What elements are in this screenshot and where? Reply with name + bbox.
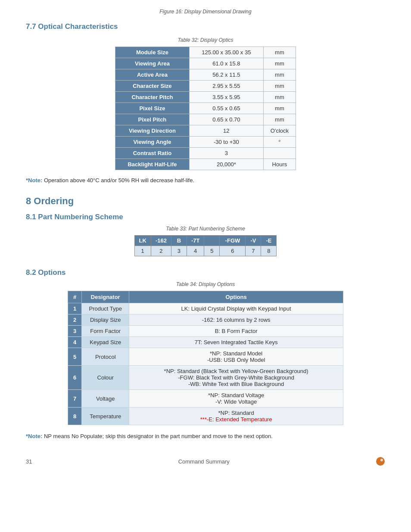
optics-unit — [263, 148, 296, 159]
options-value: B: B Form Factor — [129, 326, 343, 337]
optics-label: Pixel Pitch — [115, 114, 190, 125]
options-table: #DesignatorOptions 1Product TypeLK: Liqu… — [68, 291, 343, 425]
optics-label: Viewing Direction — [115, 125, 190, 137]
table-34-caption: Table 34: Display Options — [26, 281, 385, 287]
optics-unit: mm — [263, 81, 296, 92]
footer: 31 Command Summary — [26, 457, 385, 466]
options-header-row: #DesignatorOptions — [68, 291, 343, 303]
options-header-cell: # — [68, 291, 82, 303]
optics-label: Character Pitch — [115, 92, 190, 103]
optics-unit: mm — [263, 92, 296, 103]
svg-point-1 — [380, 459, 383, 461]
optics-table-row: Character Size 2.95 x 5.55 mm — [115, 81, 296, 92]
optics-label: Viewing Angle — [115, 137, 190, 148]
section-81-heading: 8.1 Part Numbering Scheme — [26, 213, 385, 221]
figure-caption: Figure 16: Display Dimensional Drawing — [26, 9, 385, 15]
optics-value: 125.00 x 35.00 x 35 — [189, 47, 263, 58]
part-number-cell: B — [171, 236, 187, 246]
optics-table-row: Contrast Ratio 3 — [115, 148, 296, 159]
options-designator: Form Factor — [82, 326, 129, 337]
options-num: 1 — [68, 303, 82, 314]
optics-value: 3.55 x 5.95 — [189, 92, 263, 103]
options-designator: Product Type — [82, 303, 129, 314]
optics-table-row: Viewing Direction 12 O'clock — [115, 125, 296, 137]
part-number-cell: 8 — [261, 246, 277, 256]
optics-table-row: Pixel Size 0.55 x 0.65 mm — [115, 103, 296, 114]
options-table-row: 5Protocol*NP: Standard Model-USB: USB On… — [68, 348, 343, 366]
part-number-bottom-row: 12345678 — [134, 246, 277, 256]
part-number-cell: 1 — [134, 246, 151, 256]
part-number-cell: LK — [134, 236, 151, 246]
optics-table-row: Character Pitch 3.55 x 5.95 mm — [115, 92, 296, 103]
part-number-cell: 2 — [151, 246, 171, 256]
section-77: 7.7 Optical Characteristics Table 32: Di… — [26, 22, 385, 184]
options-table-row: 6Colour*NP: Standard (Black Text with Ye… — [68, 366, 343, 390]
optics-unit: mm — [263, 58, 296, 69]
footer-page-label: Command Summary — [178, 458, 230, 465]
np-note: *Note: NP means No Populate; skip this d… — [26, 433, 385, 439]
optics-label: Active Area — [115, 69, 190, 81]
optics-value: 12 — [189, 125, 263, 137]
optics-value: 0.55 x 0.65 — [189, 103, 263, 114]
options-header-cell: Options — [129, 291, 343, 303]
options-num: 3 — [68, 326, 82, 337]
optics-table: Module Size 125.00 x 35.00 x 35 mm Viewi… — [115, 47, 296, 170]
section-8: 8 Ordering — [26, 196, 385, 207]
options-table-wrap: #DesignatorOptions 1Product TypeLK: Liqu… — [26, 291, 385, 425]
optics-label: Character Size — [115, 81, 190, 92]
table-32-caption: Table 32: Display Optics — [26, 37, 385, 43]
options-value: *NP: Standard Model-USB: USB Only Model — [129, 348, 343, 366]
part-number-wrap: LK-162B-7T-FGW-V-E12345678 — [26, 235, 385, 256]
options-table-row: 2Display Size-162: 16 columns by 2 rows — [68, 314, 343, 326]
optics-label: Viewing Area — [115, 58, 190, 69]
options-num: 8 — [68, 408, 82, 425]
part-number-table: LK-162B-7T-FGW-V-E12345678 — [134, 235, 277, 256]
optics-label: Pixel Size — [115, 103, 190, 114]
optics-value: -30 to +30 — [189, 137, 263, 148]
options-designator: Keypad Size — [82, 337, 129, 348]
options-table-row: 7Voltage*NP: Standard Voltage-V: Wide Vo… — [68, 390, 343, 408]
optics-table-row: Module Size 125.00 x 35.00 x 35 mm — [115, 47, 296, 58]
optics-unit: Hours — [263, 159, 296, 170]
options-value: -162: 16 columns by 2 rows — [129, 314, 343, 326]
optics-unit: mm — [263, 114, 296, 125]
options-num: 4 — [68, 337, 82, 348]
part-number-cell: -FGW — [220, 236, 246, 246]
section-77-note: *Note: Operation above 40°C and/or 50% R… — [26, 177, 385, 184]
optics-value: 56.2 x 11.5 — [189, 69, 263, 81]
optics-label: Module Size — [115, 47, 190, 58]
optics-value: 0.65 x 0.70 — [189, 114, 263, 125]
section-82: 8.2 Options Table 34: Display Options #D… — [26, 268, 385, 439]
part-number-cell: -162 — [151, 236, 171, 246]
options-value: *NP: Standard (Black Text with Yellow-Gr… — [129, 366, 343, 390]
part-number-cell: -7T — [187, 236, 204, 246]
optics-label: Contrast Ratio — [115, 148, 190, 159]
optics-table-row: Pixel Pitch 0.65 x 0.70 mm — [115, 114, 296, 125]
optics-unit: mm — [263, 69, 296, 81]
options-value: 7T: Seven Integrated Tactile Keys — [129, 337, 343, 348]
options-header-cell: Designator — [82, 291, 129, 303]
part-number-cell: -V — [246, 236, 261, 246]
section-82-heading: 8.2 Options — [26, 268, 385, 277]
options-num: 7 — [68, 390, 82, 408]
optics-table-row: Active Area 56.2 x 11.5 mm — [115, 69, 296, 81]
options-num: 6 — [68, 366, 82, 390]
options-designator: Protocol — [82, 348, 129, 366]
options-designator: Display Size — [82, 314, 129, 326]
part-number-cell: 3 — [171, 246, 187, 256]
options-value: LK: Liquid Crystal Display with Keypad I… — [129, 303, 343, 314]
part-number-cell — [204, 236, 220, 246]
part-number-cell: 4 — [187, 246, 204, 256]
options-star-note: ***-E: Extended Temperature — [200, 416, 272, 423]
options-table-row: 8Temperature*NP: Standard***-E: Extended… — [68, 408, 343, 425]
optics-unit: ° — [263, 137, 296, 148]
optics-unit: mm — [263, 47, 296, 58]
part-number-cell: -E — [261, 236, 277, 246]
options-table-row: 1Product TypeLK: Liquid Crystal Display … — [68, 303, 343, 314]
part-number-cell: 6 — [220, 246, 246, 256]
options-num: 2 — [68, 314, 82, 326]
part-number-top-row: LK-162B-7T-FGW-V-E — [134, 236, 277, 246]
options-table-row: 4Keypad Size7T: Seven Integrated Tactile… — [68, 337, 343, 348]
optics-table-row: Viewing Angle -30 to +30 ° — [115, 137, 296, 148]
optics-value: 61.0 x 15.8 — [189, 58, 263, 69]
